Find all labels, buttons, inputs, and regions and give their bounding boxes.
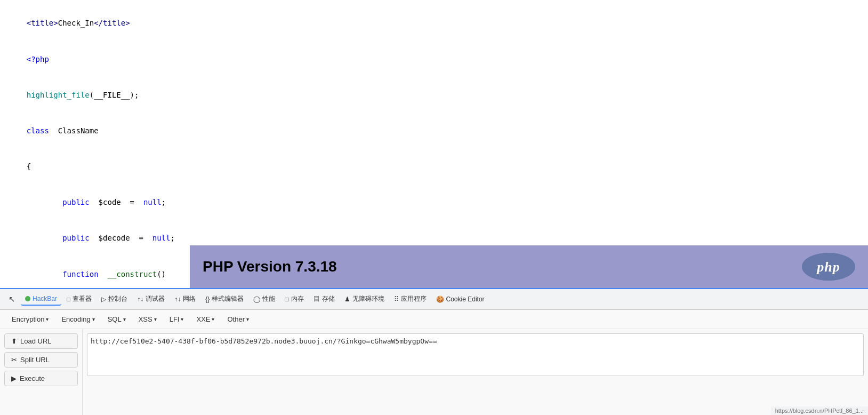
split-url-icon: ✂ [11, 356, 17, 364]
execute-button[interactable]: ▶ Execute [4, 371, 78, 386]
style-editor-icon: {} [205, 296, 210, 303]
toolbar-accessibility[interactable]: ♟ 无障碍环境 [340, 292, 389, 306]
code-line-1: <title>Check_In</title> [9, 5, 859, 41]
debugger-icon: ↑↓ [137, 296, 143, 303]
code-line-2: <?php [9, 41, 859, 77]
encryption-arrow: ▾ [46, 316, 49, 322]
menu-xxe[interactable]: XXE ▾ [191, 313, 220, 325]
xss-label: XSS [139, 315, 152, 323]
php-banner: PHP Version 7.3.18 php [190, 245, 868, 288]
hackbar-panel: Encryption ▾ Encoding ▾ SQL ▾ XSS ▾ LFI … [0, 309, 868, 415]
toolbar-accessibility-label: 无障碍环境 [352, 294, 384, 304]
browser-toolbar: ↖ HackBar □ 查看器 ▷ 控制台 ↑↓ 调试器 ↑↓ 网络 {} 样式… [0, 288, 868, 309]
menu-lfi[interactable]: LFI ▾ [164, 313, 189, 325]
sql-arrow: ▾ [123, 316, 126, 322]
split-url-label: Split URL [20, 356, 50, 364]
php-logo: php [802, 253, 855, 281]
hackbar-action-area: ⬆ Load URL ✂ Split URL ▶ Execute [0, 329, 868, 415]
menu-xss[interactable]: XSS ▾ [133, 313, 162, 325]
execute-label: Execute [20, 374, 45, 382]
cursor-icon: ↖ [9, 294, 15, 304]
execute-icon: ▶ [11, 374, 17, 382]
other-arrow: ▾ [246, 316, 249, 322]
accessibility-icon: ♟ [344, 296, 350, 303]
toolbar-cookie-editor-label: Cookie Editor [446, 296, 485, 303]
toolbar-style-editor-label: 样式编辑器 [212, 294, 244, 304]
hackbar-menu-bar: Encryption ▾ Encoding ▾ SQL ▾ XSS ▾ LFI … [0, 310, 868, 329]
toolbar-style-editor[interactable]: {} 样式编辑器 [201, 292, 248, 306]
toolbar-performance-label: 性能 [262, 294, 275, 304]
toolbar-cookie-editor[interactable]: 🍪 Cookie Editor [432, 293, 489, 305]
toolbar-memory[interactable]: □ 内存 [280, 292, 308, 306]
toolbar-performance[interactable]: ◯ 性能 [249, 292, 279, 306]
toolbar-console-label: 控制台 [108, 294, 127, 304]
toolbar-hackbar[interactable]: HackBar [21, 293, 61, 306]
code-line-4: class ClassName [9, 113, 859, 149]
performance-icon: ◯ [253, 296, 260, 303]
code-line-3: highlight_file(__FILE__); [9, 77, 859, 113]
network-icon: ↑↓ [174, 296, 181, 303]
toolbar-network-label: 网络 [183, 294, 196, 304]
encoding-label: Encoding [61, 315, 90, 323]
console-icon: ▷ [101, 296, 106, 303]
xxe-arrow: ▾ [212, 316, 214, 322]
load-url-button[interactable]: ⬆ Load URL [4, 333, 78, 349]
encoding-arrow: ▾ [92, 316, 95, 322]
toolbar-cursor: ↖ [4, 292, 20, 306]
toolbar-storage[interactable]: 目 存储 [309, 292, 339, 306]
php-version-title: PHP Version 7.3.18 [203, 258, 337, 275]
sql-label: SQL [108, 315, 122, 323]
split-url-button[interactable]: ✂ Split URL [4, 352, 78, 368]
toolbar-debugger[interactable]: ↑↓ 调试器 [133, 292, 169, 306]
menu-sql[interactable]: SQL ▾ [102, 313, 131, 325]
memory-icon: □ [285, 296, 288, 303]
load-url-label: Load URL [20, 337, 52, 345]
status-text: https://blog.csdn.n/PHPctf_86_1... [775, 408, 864, 414]
hackbar-dot [25, 296, 30, 301]
inspector-icon: □ [67, 296, 70, 303]
xss-arrow: ▾ [154, 316, 157, 322]
toolbar-network[interactable]: ↑↓ 网络 [170, 292, 200, 306]
url-input[interactable] [87, 333, 864, 376]
toolbar-application-label: 应用程序 [401, 294, 427, 304]
hackbar-left-buttons: ⬆ Load URL ✂ Split URL ▶ Execute [0, 329, 83, 415]
toolbar-console[interactable]: ▷ 控制台 [97, 292, 132, 306]
menu-other[interactable]: Other ▾ [222, 313, 254, 325]
xxe-label: XXE [196, 315, 210, 323]
cookie-icon: 🍪 [436, 296, 444, 303]
code-display: <title>Check_In</title> <?php highlight_… [0, 0, 868, 288]
lfi-arrow: ▾ [181, 316, 183, 322]
svg-text:php: php [816, 259, 840, 275]
toolbar-application[interactable]: ⠿ 应用程序 [390, 292, 431, 306]
hackbar-url-area [83, 329, 868, 415]
lfi-label: LFI [170, 315, 180, 323]
code-line-5: { [9, 149, 859, 185]
status-bar: https://blog.csdn.n/PHPctf_86_1... [771, 406, 868, 415]
menu-encryption[interactable]: Encryption ▾ [6, 313, 54, 325]
toolbar-debugger-label: 调试器 [146, 294, 165, 304]
load-url-icon: ⬆ [11, 337, 17, 345]
toolbar-hackbar-label: HackBar [33, 295, 57, 302]
toolbar-inspector-label: 查看器 [73, 294, 92, 304]
code-line-6: public $code = null; [9, 185, 859, 220]
application-icon: ⠿ [394, 296, 399, 303]
toolbar-memory-label: 内存 [291, 294, 304, 304]
other-label: Other [227, 315, 245, 323]
encryption-label: Encryption [12, 315, 44, 323]
toolbar-inspector[interactable]: □ 查看器 [62, 292, 96, 306]
toolbar-storage-label: 存储 [322, 294, 335, 304]
menu-encoding[interactable]: Encoding ▾ [56, 313, 100, 325]
storage-icon: 目 [314, 294, 320, 304]
